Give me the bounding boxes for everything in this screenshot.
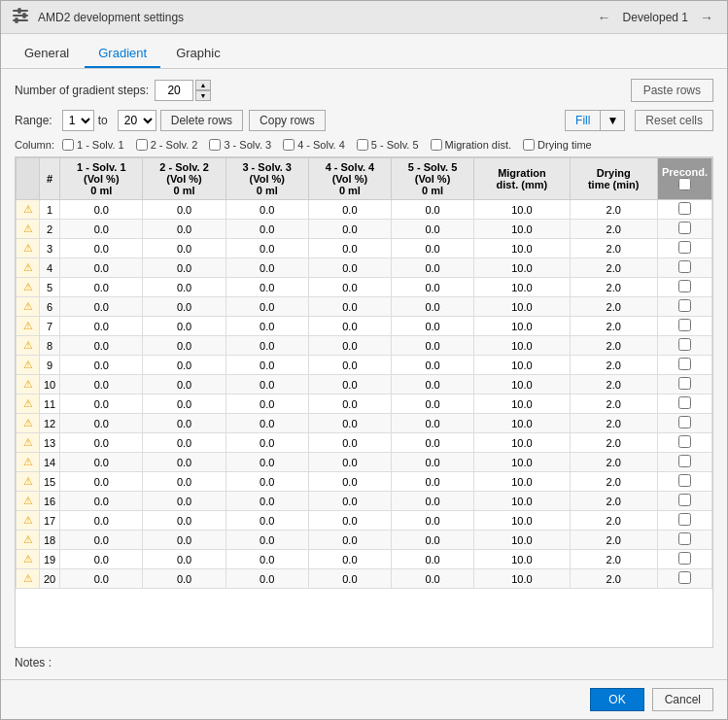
cell-migdist[interactable]	[474, 375, 570, 394]
cell-solv2[interactable]	[143, 394, 225, 414]
cell-solv1[interactable]	[60, 200, 143, 220]
cell-migdist[interactable]	[474, 278, 570, 297]
cell-solv4[interactable]	[308, 200, 391, 220]
input-drytime[interactable]	[574, 204, 653, 216]
input-solv1[interactable]	[64, 204, 138, 216]
input-solv2[interactable]	[147, 496, 221, 507]
cell-precond[interactable]	[657, 414, 711, 433]
cell-migdist[interactable]	[474, 453, 570, 472]
cell-solv3[interactable]	[225, 375, 308, 394]
cell-precond[interactable]	[657, 433, 711, 453]
cell-solv1[interactable]	[60, 297, 143, 317]
checkbox-precond[interactable]	[678, 338, 691, 351]
cell-solv5[interactable]	[392, 531, 474, 550]
cell-solv4[interactable]	[308, 317, 391, 336]
cell-drytime[interactable]	[570, 472, 657, 492]
input-solv2[interactable]	[147, 554, 221, 566]
cell-solv1[interactable]	[60, 220, 143, 239]
input-solv4[interactable]	[313, 496, 387, 507]
input-drytime[interactable]	[574, 418, 653, 429]
cell-migdist[interactable]	[474, 550, 570, 569]
cell-solv4[interactable]	[308, 239, 391, 258]
cell-solv1[interactable]	[60, 511, 143, 531]
input-drytime[interactable]	[574, 282, 653, 293]
ok-button[interactable]: OK	[590, 688, 643, 711]
cell-solv1[interactable]	[60, 414, 143, 433]
cell-solv5[interactable]	[392, 375, 474, 394]
cell-solv3[interactable]	[225, 511, 308, 531]
checkbox-precond[interactable]	[678, 299, 691, 312]
cell-solv2[interactable]	[143, 258, 225, 278]
input-solv5[interactable]	[396, 476, 469, 488]
cell-solv4[interactable]	[308, 394, 391, 414]
input-solv3[interactable]	[230, 262, 304, 274]
cell-solv4[interactable]	[308, 336, 391, 356]
cell-solv5[interactable]	[392, 550, 474, 569]
col-check-solv1-input[interactable]	[62, 139, 74, 151]
cell-migdist[interactable]	[474, 472, 570, 492]
input-solv1[interactable]	[64, 321, 138, 332]
cell-solv4[interactable]	[308, 453, 391, 472]
checkbox-precond[interactable]	[678, 416, 691, 429]
cell-solv1[interactable]	[60, 550, 143, 569]
cell-drytime[interactable]	[570, 297, 657, 317]
input-migdist[interactable]	[478, 360, 565, 371]
input-solv1[interactable]	[64, 573, 138, 585]
cell-migdist[interactable]	[474, 220, 570, 239]
input-drytime[interactable]	[574, 360, 653, 371]
copy-rows-button[interactable]: Copy rows	[249, 110, 326, 131]
cell-drytime[interactable]	[570, 394, 657, 414]
checkbox-precond[interactable]	[678, 552, 691, 565]
cell-solv3[interactable]	[225, 278, 308, 297]
input-drytime[interactable]	[574, 554, 653, 566]
input-solv2[interactable]	[147, 340, 221, 352]
cell-precond[interactable]	[657, 531, 711, 550]
cell-solv3[interactable]	[225, 220, 308, 239]
cell-solv2[interactable]	[143, 550, 225, 569]
input-solv2[interactable]	[147, 379, 221, 391]
input-solv1[interactable]	[64, 437, 138, 449]
cell-migdist[interactable]	[474, 297, 570, 317]
cell-solv4[interactable]	[308, 550, 391, 569]
input-solv1[interactable]	[64, 223, 138, 235]
input-solv3[interactable]	[230, 243, 304, 255]
input-solv1[interactable]	[64, 534, 138, 546]
cell-solv3[interactable]	[225, 200, 308, 220]
input-solv1[interactable]	[64, 398, 138, 410]
checkbox-precond[interactable]	[678, 435, 691, 448]
input-solv3[interactable]	[230, 282, 304, 293]
input-drytime[interactable]	[574, 534, 653, 546]
range-to-select[interactable]: 20	[118, 110, 156, 131]
cell-solv5[interactable]	[392, 511, 474, 531]
cell-precond[interactable]	[657, 317, 711, 336]
cell-migdist[interactable]	[474, 531, 570, 550]
input-solv5[interactable]	[396, 223, 469, 235]
cell-solv3[interactable]	[225, 492, 308, 511]
input-solv5[interactable]	[396, 301, 469, 313]
input-solv5[interactable]	[396, 262, 469, 274]
cell-solv4[interactable]	[308, 297, 391, 317]
input-solv2[interactable]	[147, 321, 221, 332]
cell-drytime[interactable]	[570, 453, 657, 472]
input-solv1[interactable]	[64, 476, 138, 488]
input-drytime[interactable]	[574, 340, 653, 352]
input-migdist[interactable]	[478, 496, 565, 507]
cell-precond[interactable]	[657, 569, 711, 589]
col-check-drytime-input[interactable]	[523, 139, 535, 151]
checkbox-precond[interactable]	[678, 280, 691, 292]
cell-solv5[interactable]	[392, 297, 474, 317]
next-nav-button[interactable]: →	[696, 8, 717, 27]
col-check-solv4-input[interactable]	[283, 139, 295, 151]
cell-solv5[interactable]	[392, 258, 474, 278]
input-solv4[interactable]	[313, 418, 387, 429]
input-migdist[interactable]	[478, 243, 565, 255]
paste-rows-button[interactable]: Paste rows	[631, 79, 713, 102]
cell-solv5[interactable]	[392, 220, 474, 239]
cell-solv2[interactable]	[143, 317, 225, 336]
input-solv3[interactable]	[230, 301, 304, 313]
cancel-button[interactable]: Cancel	[652, 688, 713, 711]
cell-solv5[interactable]	[392, 200, 474, 220]
input-drytime[interactable]	[574, 321, 653, 332]
input-solv3[interactable]	[230, 554, 304, 566]
cell-solv1[interactable]	[60, 258, 143, 278]
